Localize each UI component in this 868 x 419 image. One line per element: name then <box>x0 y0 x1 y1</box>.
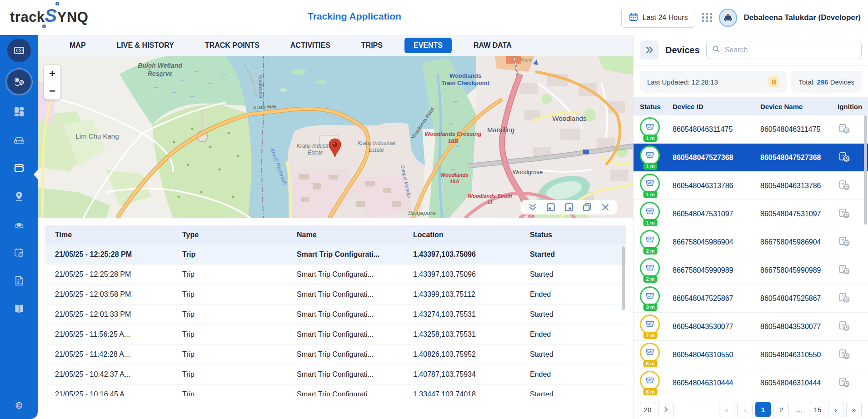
layout-bottom-left-icon[interactable] <box>546 202 556 212</box>
page-size-select[interactable]: 20 <box>640 402 655 417</box>
total-count: 296 <box>817 78 828 86</box>
events-panel: Time Type Name Location Status 21/05/25 … <box>38 218 633 419</box>
search-input[interactable] <box>725 46 856 54</box>
page-button-15[interactable]: 15 <box>810 402 825 417</box>
sidebar-item-reports[interactable] <box>0 267 38 295</box>
svg-text:Estate: Estate <box>308 150 323 156</box>
svg-text:Singapore: Singapore <box>408 210 436 216</box>
next-page-button[interactable]: › <box>828 402 843 417</box>
tab-raw-data[interactable]: RAW DATA <box>458 38 527 53</box>
sidebar-item-route-tracking[interactable] <box>0 66 38 98</box>
device-status-icon: 8 m <box>640 343 661 367</box>
svg-text:10B: 10B <box>448 138 459 145</box>
logo-dot-icon <box>55 2 59 5</box>
sidebar-item-device-config[interactable] <box>0 35 38 66</box>
zoom-out-button[interactable]: − <box>44 82 60 100</box>
sidebar-item-vehicles[interactable] <box>0 126 38 154</box>
device-id: 860548047527368 <box>673 154 760 162</box>
col-device-id: Device ID <box>673 103 760 110</box>
device-name: 866758045990989 <box>760 266 838 274</box>
map[interactable]: Park Buloh Wetland Reserve Lim Chu Kang … <box>38 56 633 218</box>
last-page-button[interactable]: » <box>846 402 862 417</box>
report-document-icon <box>13 275 25 287</box>
page-button-2[interactable]: 2 <box>773 402 789 417</box>
table-row[interactable]: 21/05/25 - 12:01:33 PMTripSmart Trip Con… <box>45 304 626 324</box>
panel-toolbar <box>521 200 617 214</box>
events-table-header: Time Type Name Location Status <box>45 225 626 244</box>
sidebar-item-locations[interactable] <box>0 182 38 210</box>
table-row[interactable]: 21/05/25 - 12:25:28 PMTripSmart Trip Con… <box>45 264 626 284</box>
sidebar-item-dashboard[interactable] <box>0 98 38 126</box>
svg-text:Woodlands South: Woodlands South <box>468 193 512 199</box>
sidebar-item-documentation[interactable] <box>0 295 38 323</box>
tab-trips[interactable]: TRIPS <box>346 38 398 53</box>
device-row[interactable]: 3 m 860548047525867 860548047525867 <box>634 284 868 313</box>
col-status: Status <box>640 103 673 110</box>
device-row[interactable]: 8 m 860548046310444 860548046310444 <box>634 369 868 397</box>
device-id: 860548043530077 <box>673 323 760 331</box>
device-name: 860548047531097 <box>760 210 838 218</box>
pause-refresh-icon[interactable] <box>768 76 779 87</box>
sidebar-item-schedule[interactable] <box>0 239 38 267</box>
user-name[interactable]: Debaleena Talukdar (Developer) <box>743 13 861 22</box>
device-row-selected[interactable]: 1 m 860548047527368 860548047527368 <box>634 144 868 172</box>
page-button-1[interactable]: 1 <box>755 402 771 417</box>
devices-pagination: 20 « ‹ 1 2 ... 15 › » <box>634 397 868 419</box>
sidebar-item-geofence[interactable] <box>0 210 38 239</box>
device-id: 860548047531097 <box>673 210 760 218</box>
tab-events[interactable]: EVENTS <box>404 38 452 53</box>
close-panel-icon[interactable] <box>600 202 610 212</box>
svg-text:10A: 10A <box>449 179 459 184</box>
tracking-application: trackSYNQ Tracking Application Last 24 H… <box>0 0 868 419</box>
tab-map[interactable]: MAP <box>54 38 101 53</box>
avatar[interactable] <box>719 9 737 27</box>
device-row[interactable]: 2 m 866758045986904 866758045986904 <box>634 228 868 256</box>
table-row[interactable]: 21/05/25 - 10:16:45 A...TripSmart Trip C… <box>45 384 626 396</box>
zoom-in-button[interactable]: + <box>44 65 60 82</box>
table-row[interactable]: 21/05/25 - 12:03:58 PMTripSmart Trip Con… <box>45 284 626 304</box>
svg-text:Kranji Industrial: Kranji Industrial <box>297 143 334 149</box>
page-ellipsis: ... <box>792 402 807 417</box>
search-icon <box>712 45 720 55</box>
time-range-label: Last 24 Hours <box>643 14 688 22</box>
device-row[interactable]: 1 m 860548046311475 860548046311475 <box>634 115 868 144</box>
devices-scrollbar[interactable] <box>864 115 867 224</box>
sidebar-item-devices[interactable] <box>0 154 38 182</box>
layout-full-icon[interactable] <box>582 202 592 212</box>
table-row[interactable]: 21/05/25 - 11:56:25 A...TripSmart Trip C… <box>45 324 626 344</box>
total-devices-card: Total: 296 Devices <box>791 71 862 93</box>
first-page-button[interactable]: « <box>719 402 734 417</box>
app-grid-icon[interactable] <box>702 13 713 22</box>
tab-live-history[interactable]: LIVE & HISTORY <box>101 38 190 53</box>
table-row[interactable]: 21/05/25 - 12:25:28 PMTripSmart Trip Con… <box>45 244 626 264</box>
device-id: 866758045986904 <box>673 238 760 246</box>
map-canvas: Park Buloh Wetland Reserve Lim Chu Kang … <box>38 56 633 218</box>
devices-icon <box>12 161 26 175</box>
device-row[interactable]: 1 m 860548046313786 860548046313786 <box>634 172 868 200</box>
device-row[interactable]: 7 m 860548043530077 860548043530077 <box>634 313 868 341</box>
collapse-panel-icon[interactable] <box>528 202 538 212</box>
device-row[interactable]: 8 m 860548046310550 860548046310550 <box>634 341 868 369</box>
copyright-icon[interactable]: © <box>0 400 38 411</box>
time-range-button[interactable]: Last 24 Hours <box>621 8 696 28</box>
events-scrollbar[interactable] <box>622 246 625 310</box>
collapse-devices-button[interactable] <box>640 40 659 60</box>
tab-track-points[interactable]: TRACK POINTS <box>190 38 275 53</box>
car-icon <box>13 134 25 146</box>
total-suffix: Devices <box>830 78 854 86</box>
device-search[interactable] <box>706 41 862 59</box>
page-size-expand-button[interactable] <box>658 402 673 417</box>
layout-bottom-right-icon[interactable] <box>564 202 574 212</box>
table-row[interactable]: 21/05/25 - 10:42:37 A...TripSmart Trip C… <box>45 364 626 384</box>
prev-page-button[interactable]: ‹ <box>737 402 753 417</box>
tab-activities[interactable]: ACTIVITIES <box>275 38 346 53</box>
device-id: 860548046311475 <box>673 125 760 134</box>
table-row[interactable]: 21/05/25 - 11:42:28 A...TripSmart Trip C… <box>45 344 626 364</box>
svg-text:Southwest: Southwest <box>258 75 264 99</box>
devices-title: Devices <box>665 45 700 55</box>
device-row[interactable]: 1 m 860548047531097 860548047531097 <box>634 200 868 228</box>
svg-text:Buloh Wetland: Buloh Wetland <box>138 62 182 69</box>
device-status-icon: 1 m <box>640 202 661 226</box>
device-row[interactable]: 2 m 866758045990989 866758045990989 <box>634 256 868 284</box>
left-sidebar: © <box>0 35 38 419</box>
